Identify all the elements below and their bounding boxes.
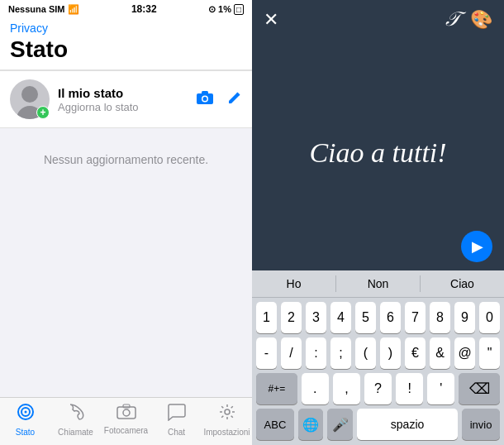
key-colon[interactable]: :: [306, 337, 326, 369]
tab-impostazioni-label: Impostazioni: [203, 428, 250, 437]
svg-point-4: [203, 97, 207, 101]
key-period[interactable]: .: [302, 373, 329, 404]
key-quote[interactable]: ": [479, 337, 500, 369]
key-semicolon[interactable]: ;: [330, 337, 351, 369]
left-panel: Nessuna SIM 📶 18:32 ⊙ 1% □ Privacy Stato…: [0, 0, 252, 445]
svg-point-10: [123, 409, 130, 416]
my-status-item[interactable]: + Il mio stato Aggiorna lo stato: [0, 70, 252, 128]
battery-icon: □: [234, 4, 244, 15]
right-panel: ✕ 𝒯 🎨 Ciao a tutti! ▶ Ho Non Ciao 1 2 3 …: [252, 0, 504, 445]
page-title: Stato: [10, 36, 242, 63]
chiamate-icon: [67, 403, 85, 426]
key-euro[interactable]: €: [405, 337, 426, 369]
key-5[interactable]: 5: [355, 302, 376, 333]
svg-point-8: [24, 411, 26, 414]
key-close-paren[interactable]: ): [380, 337, 401, 369]
key-open-paren[interactable]: (: [355, 337, 376, 369]
key-ampersand[interactable]: &: [430, 337, 450, 369]
header-nav: Privacy Stato: [0, 18, 252, 70]
svg-point-1: [21, 86, 38, 103]
key-6[interactable]: 6: [380, 302, 401, 333]
text-style-icon[interactable]: 𝒯: [445, 8, 457, 31]
key-row-symbols2: #+= . , ? ! ' ⌫: [252, 369, 504, 404]
add-status-badge[interactable]: +: [36, 106, 50, 119]
status-bar-left: Nessuna SIM 📶: [8, 4, 79, 15]
send-button[interactable]: ▶: [461, 231, 492, 262]
fotocamera-icon: [116, 403, 136, 424]
key-question[interactable]: ?: [364, 373, 392, 404]
tab-fotocamera-label: Fotocamera: [104, 426, 148, 435]
tab-chiamate-label: Chiamate: [58, 428, 93, 437]
key-mic[interactable]: 🎤: [327, 409, 353, 440]
story-canvas: Ciao a tutti! ▶: [252, 36, 504, 270]
key-row-symbols1: - / : ; ( ) € & @ ": [252, 333, 504, 369]
my-status-name: Il mio stato: [58, 86, 188, 100]
key-globe[interactable]: 🌐: [298, 409, 324, 440]
pencil-icon[interactable]: [227, 90, 242, 109]
autocomplete-word-3[interactable]: Ciao: [421, 275, 504, 292]
key-8[interactable]: 8: [430, 302, 450, 333]
svg-point-12: [225, 409, 230, 414]
tab-impostazioni[interactable]: Impostazioni: [202, 403, 252, 437]
no-updates-label: Nessun aggiornamento recente.: [0, 128, 252, 288]
tab-chat-label: Chat: [168, 428, 185, 437]
story-toolbar-right: 𝒯 🎨: [445, 8, 492, 31]
wifi-icon: 📶: [68, 4, 79, 15]
key-1[interactable]: 1: [256, 302, 277, 333]
palette-icon[interactable]: 🎨: [470, 9, 492, 31]
key-at[interactable]: @: [454, 337, 475, 369]
avatar-container: +: [10, 79, 50, 119]
story-text[interactable]: Ciao a tutti!: [309, 136, 446, 170]
status-bar: Nessuna SIM 📶 18:32 ⊙ 1% □: [0, 0, 252, 18]
close-icon[interactable]: ✕: [264, 9, 278, 31]
impostazioni-icon: [218, 403, 236, 426]
key-hashplus[interactable]: #+=: [256, 373, 297, 404]
tab-chat[interactable]: Chat: [151, 403, 202, 437]
key-row-bottom: ABC 🌐 🎤 spazio invio: [252, 404, 504, 445]
content-spacer: [0, 288, 252, 398]
my-status-subtitle: Aggiorna lo stato: [58, 101, 188, 113]
delete-key[interactable]: ⌫: [459, 373, 500, 404]
autocomplete-word-2[interactable]: Non: [336, 275, 421, 292]
tab-stato[interactable]: Stato: [0, 403, 50, 437]
key-abc[interactable]: ABC: [256, 409, 294, 440]
camera-icon[interactable]: [196, 90, 214, 109]
key-slash[interactable]: /: [281, 337, 302, 369]
battery-pct: 1%: [218, 4, 231, 14]
key-9[interactable]: 9: [454, 302, 475, 333]
time-label: 18:32: [131, 3, 157, 15]
svg-rect-9: [117, 407, 136, 419]
key-row-numbers: 1 2 3 4 5 6 7 8 9 0: [252, 298, 504, 333]
key-comma[interactable]: ,: [333, 373, 360, 404]
key-4[interactable]: 4: [330, 302, 351, 333]
key-3[interactable]: 3: [306, 302, 326, 333]
carrier-label: Nessuna SIM: [8, 4, 64, 14]
status-action-icons: [196, 90, 242, 109]
privacy-link[interactable]: Privacy: [10, 22, 242, 35]
key-2[interactable]: 2: [281, 302, 302, 333]
send-arrow-icon: ▶: [472, 237, 483, 256]
autocomplete-word-1[interactable]: Ho: [252, 275, 336, 292]
key-invio[interactable]: invio: [462, 409, 500, 440]
svg-rect-5: [202, 91, 208, 94]
tab-fotocamera[interactable]: Fotocamera: [101, 403, 151, 435]
key-space[interactable]: spazio: [357, 409, 458, 440]
status-text: Il mio stato Aggiorna lo stato: [58, 86, 188, 113]
chat-icon: [167, 403, 187, 426]
key-7[interactable]: 7: [405, 302, 426, 333]
autocomplete-bar: Ho Non Ciao: [252, 270, 504, 298]
key-0[interactable]: 0: [479, 302, 500, 333]
key-dash[interactable]: -: [256, 337, 277, 369]
keyboard-area: Ho Non Ciao 1 2 3 4 5 6 7 8 9 0 - / : ; …: [252, 270, 504, 445]
tab-chiamate[interactable]: Chiamate: [50, 403, 101, 437]
status-bar-right: ⊙ 1% □: [208, 4, 244, 15]
story-toolbar: ✕ 𝒯 🎨: [252, 0, 504, 36]
tab-bar: Stato Chiamate Fotocamera: [0, 397, 252, 445]
screen-record-icon: ⊙: [208, 4, 216, 15]
tab-stato-label: Stato: [16, 428, 35, 437]
stato-icon: [16, 403, 36, 426]
key-exclaim[interactable]: !: [396, 373, 423, 404]
key-apostrophe[interactable]: ': [427, 373, 454, 404]
